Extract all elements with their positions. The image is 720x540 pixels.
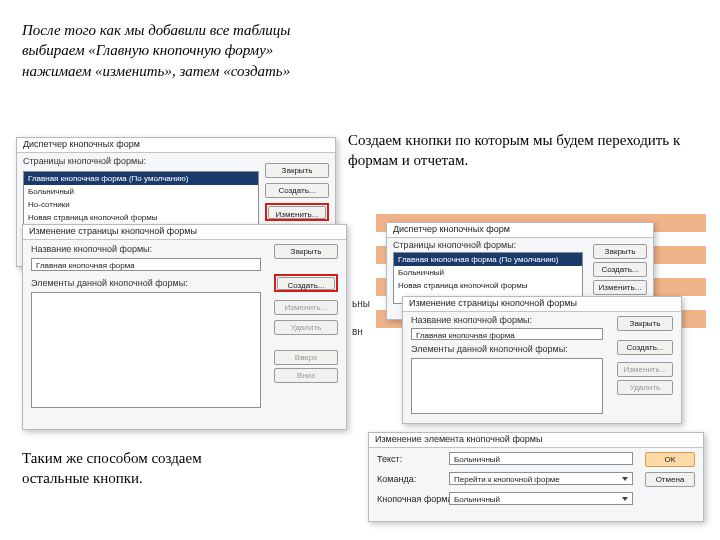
up-button[interactable]: Вверх (274, 350, 338, 365)
items-label: Элементы данной кнопочной формы: (411, 344, 568, 354)
edit-button[interactable]: Изменить... (593, 280, 647, 295)
delete-button[interactable]: Удалить (274, 320, 338, 335)
items-list[interactable] (411, 358, 603, 414)
form-label: Кнопочная форма: (377, 494, 455, 504)
dialog-title: Изменение страницы кнопочной формы (403, 297, 681, 312)
list-item[interactable]: Новая страница кнопочной формы (24, 211, 258, 224)
list-item[interactable]: Больничный (394, 266, 582, 279)
caption-top-left: После того как мы добавили все таблицы в… (22, 20, 322, 81)
edit-page-dialog-2: Изменение страницы кнопочной формы Назва… (402, 296, 682, 424)
new-button[interactable]: Создать... (593, 262, 647, 277)
edit-highlight: Изменить... (265, 203, 329, 221)
cancel-button[interactable]: Отмена (645, 472, 695, 487)
name-input[interactable]: Главная кнопочная форма (31, 258, 261, 271)
caption-top-right: Создаем кнопки по которым мы будем перех… (348, 130, 703, 171)
down-button[interactable]: Вниз (274, 368, 338, 383)
caption-bottom-left: Таким же способом создаем остальные кноп… (22, 448, 272, 489)
new-button[interactable]: Создать... (617, 340, 673, 355)
form-select[interactable]: Больничный (449, 492, 633, 505)
dialog-title: Изменение элемента кнопочной формы (369, 433, 703, 448)
list-item[interactable]: Но-сотники (24, 198, 258, 211)
dialog-title: Диспетчер кнопочных форм (17, 138, 335, 153)
side-label: вн (352, 326, 363, 337)
new-highlight: Создать... (274, 274, 338, 292)
list-label: Страницы кнопочной формы: (393, 240, 516, 250)
items-list[interactable] (31, 292, 261, 408)
list-label: Страницы кнопочной формы: (23, 156, 146, 166)
side-label: ьны (352, 298, 370, 309)
list-item[interactable]: Новая страница кнопочной формы (394, 279, 582, 292)
edit-element-dialog: Изменение элемента кнопочной формы Текст… (368, 432, 704, 522)
items-label: Элементы данной кнопочной формы: (31, 278, 188, 288)
new-button[interactable]: Создать... (265, 183, 329, 198)
command-select[interactable]: Перейти к кнопочной форме (449, 472, 633, 485)
list-item[interactable]: Главная кнопочная форма (По умолчанию) (394, 253, 582, 266)
name-label: Название кнопочной формы: (411, 315, 532, 325)
close-button[interactable]: Закрыть (593, 244, 647, 259)
new-button[interactable]: Создать... (277, 277, 335, 290)
ok-button[interactable]: ОК (645, 452, 695, 467)
text-label: Текст: (377, 454, 402, 464)
dialog-title: Диспетчер кнопочных форм (387, 223, 653, 238)
edit-button[interactable]: Изменить... (617, 362, 673, 377)
close-button[interactable]: Закрыть (617, 316, 673, 331)
text-input[interactable]: Больничный (449, 452, 633, 465)
edit-page-dialog: Изменение страницы кнопочной формы Назва… (22, 224, 347, 430)
dialog-title: Изменение страницы кнопочной формы (23, 225, 346, 240)
list-item[interactable]: Главная кнопочная форма (По умолчанию) (24, 172, 258, 185)
name-label: Название кнопочной формы: (31, 244, 152, 254)
edit-button[interactable]: Изменить... (268, 206, 326, 219)
name-input[interactable]: Главная кнопочная форма (411, 328, 603, 340)
list-item[interactable]: Больничный (24, 185, 258, 198)
command-label: Команда: (377, 474, 416, 484)
edit-button[interactable]: Изменить... (274, 300, 338, 315)
delete-button[interactable]: Удалить (617, 380, 673, 395)
close-button[interactable]: Закрыть (274, 244, 338, 259)
close-button[interactable]: Закрыть (265, 163, 329, 178)
